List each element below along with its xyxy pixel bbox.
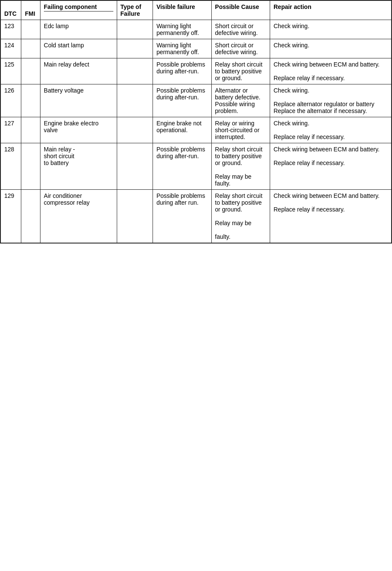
table-cell <box>117 58 153 84</box>
table-cell: Check wiring between ECM and battery.Rep… <box>270 190 392 243</box>
table-cell: Alternator or battery defective. Possibl… <box>211 84 270 117</box>
table-cell <box>21 117 40 143</box>
table-cell: Check wiring.Replace alternator regulato… <box>270 84 392 117</box>
table-cell <box>117 20 153 39</box>
table-cell <box>21 143 40 190</box>
table-row: 129Air conditioner compressor relayPossi… <box>0 190 392 243</box>
table-cell: Warning light permanently off. <box>153 39 211 58</box>
table-cell <box>117 39 153 58</box>
table-cell: Check wiring between ECM and battery.Rep… <box>270 143 392 190</box>
header-type-of-failure: Type of Failure <box>117 0 153 20</box>
table-cell <box>117 84 153 117</box>
table-cell <box>21 84 40 117</box>
table-cell: Main relay -short circuitto battery <box>40 143 117 190</box>
table-row: 128Main relay -short circuitto batteryPo… <box>0 143 392 190</box>
table-cell: 127 <box>0 117 21 143</box>
table-cell: Possible problems during after run. <box>153 190 211 243</box>
table-cell: 129 <box>0 190 21 243</box>
table-cell: Short circuit or defective wiring. <box>211 39 270 58</box>
table-cell <box>21 58 40 84</box>
table-cell: Short circuit or defective wiring. <box>211 20 270 39</box>
header-dtc: DTC <box>0 0 21 20</box>
table-cell <box>117 143 153 190</box>
table-cell: Check wiring between ECM and battery.Rep… <box>270 58 392 84</box>
header-fmi: FMI <box>21 0 40 20</box>
header-repair-action: Repair action <box>270 0 392 20</box>
table-cell: Relay or wiring short-circuited or inter… <box>211 117 270 143</box>
table-cell: 124 <box>0 39 21 58</box>
table-row: 125Main relay defectPossible problems du… <box>0 58 392 84</box>
table-cell: 123 <box>0 20 21 39</box>
table-cell <box>21 20 40 39</box>
header-failing-component: Failing component <box>40 0 117 20</box>
table-cell: Air conditioner compressor relay <box>40 190 117 243</box>
table-cell <box>117 190 153 243</box>
table-cell: Relay short circuit to battery positive … <box>211 143 270 190</box>
table-cell: Engine brake electro valve <box>40 117 117 143</box>
table-cell: Relay short circuit to battery positive … <box>211 58 270 84</box>
table-row: 126Battery voltagePossible problems duri… <box>0 84 392 117</box>
table-cell <box>21 190 40 243</box>
table-cell <box>21 39 40 58</box>
table-cell: Battery voltage <box>40 84 117 117</box>
table-cell: Check wiring. <box>270 20 392 39</box>
header-visible-failure: Visible failure <box>153 0 211 20</box>
table-cell: Possible problems during after-run. <box>153 58 211 84</box>
main-table: DTC FMI Failing component Type of Failur… <box>0 0 392 243</box>
table-cell <box>117 117 153 143</box>
table-row: 127Engine brake electro valveEngine brak… <box>0 117 392 143</box>
table-cell: 125 <box>0 58 21 84</box>
table-cell: Warning light permanently off. <box>153 20 211 39</box>
table-cell: Check wiring. <box>270 39 392 58</box>
table-cell: 126 <box>0 84 21 117</box>
table-row: 124Cold start lampWarning light permanen… <box>0 39 392 58</box>
table-cell: Cold start lamp <box>40 39 117 58</box>
header-possible-cause: Possible Cause <box>211 0 270 20</box>
table-cell: Check wiring.Replace relay if necessary. <box>270 117 392 143</box>
table-cell: Engine brake not operational. <box>153 117 211 143</box>
table-cell: 128 <box>0 143 21 190</box>
table-cell: Possible problems during after-run. <box>153 143 211 190</box>
table-cell: Main relay defect <box>40 58 117 84</box>
table-cell: Edc lamp <box>40 20 117 39</box>
table-cell: Relay short circuit to battery positive … <box>211 190 270 243</box>
table-row: 123Edc lampWarning light permanently off… <box>0 20 392 39</box>
table-cell: Possible problems during after-run. <box>153 84 211 117</box>
